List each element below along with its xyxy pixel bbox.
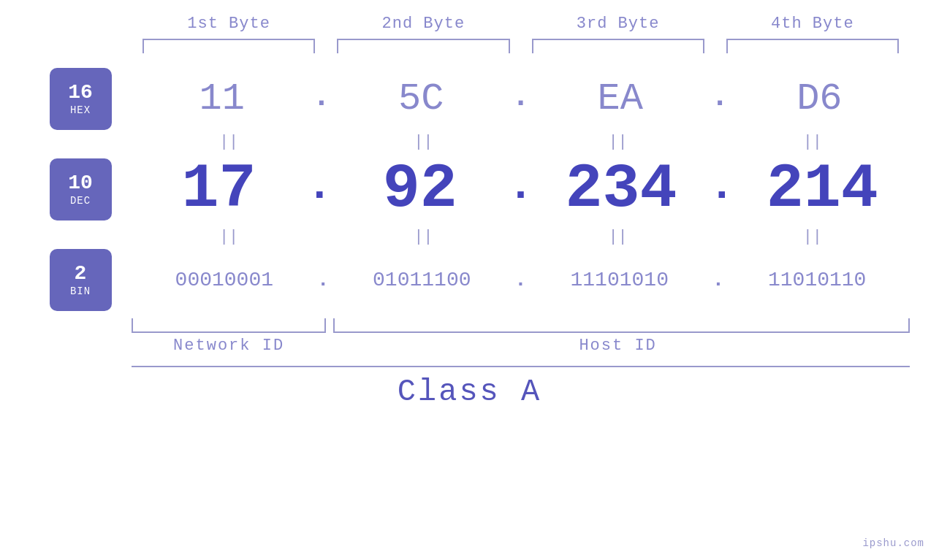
hex-dot-1: . xyxy=(312,82,330,116)
hex-base-name: HEX xyxy=(70,104,91,116)
equals-6: || xyxy=(326,228,520,246)
top-bracket-row xyxy=(29,39,910,53)
byte-label-2: 2nd Byte xyxy=(326,15,520,33)
hex-base-number: 16 xyxy=(68,82,93,104)
equals-1: || xyxy=(132,133,326,151)
hex-byte-3: EA xyxy=(530,77,710,120)
bin-row: 2 BIN 00010001 . 01011100 . 11101010 . 1… xyxy=(29,249,910,311)
dec-dot-2: . xyxy=(507,164,533,215)
byte-label-4: 4th Byte xyxy=(715,15,910,33)
dec-badge: 10 DEC xyxy=(50,158,112,220)
top-bracket-3 xyxy=(532,39,704,53)
bottom-brackets xyxy=(132,318,910,333)
dec-dot-1: . xyxy=(306,164,332,215)
hex-dot-2: . xyxy=(512,82,530,116)
bin-badge-container: 2 BIN xyxy=(29,249,132,311)
hex-badge-container: 16 HEX xyxy=(29,68,132,130)
equals-8: || xyxy=(715,228,910,246)
dec-byte-4: 214 xyxy=(735,154,910,225)
dec-base-number: 10 xyxy=(68,172,93,195)
byte-labels-row: 1st Byte 2nd Byte 3rd Byte 4th Byte xyxy=(29,15,910,33)
bin-base-name: BIN xyxy=(70,285,91,297)
bin-dot-3: . xyxy=(712,270,725,291)
bin-dot-1: . xyxy=(317,270,330,291)
hex-values-area: 11 . 5C . EA . D6 xyxy=(132,77,910,120)
byte-label-1: 1st Byte xyxy=(132,15,326,33)
dec-row: 10 DEC 17 . 92 . 234 . 214 xyxy=(29,154,910,225)
dec-values-area: 17 . 92 . 234 . 214 xyxy=(132,154,910,225)
class-row: Class A xyxy=(29,366,910,410)
watermark: ipshu.com xyxy=(862,537,924,549)
top-bracket-4 xyxy=(726,39,899,53)
bin-byte-1: 00010001 xyxy=(132,269,317,291)
id-labels: Network ID Host ID xyxy=(132,337,910,355)
bottom-bracket-row xyxy=(29,318,910,333)
hex-byte-1: 11 xyxy=(132,77,312,120)
hex-byte-4: D6 xyxy=(729,77,910,120)
equals-symbols-2: || || || || xyxy=(132,228,910,246)
id-labels-row: Network ID Host ID xyxy=(29,337,910,355)
top-bracket-1 xyxy=(142,39,315,53)
equals-row-1: || || || || xyxy=(29,133,910,151)
byte-labels: 1st Byte 2nd Byte 3rd Byte 4th Byte xyxy=(132,15,910,33)
hex-badge: 16 HEX xyxy=(50,68,112,130)
byte-label-3: 3rd Byte xyxy=(521,15,715,33)
host-bracket xyxy=(333,318,910,333)
hex-row: 16 HEX 11 . 5C . EA . D6 xyxy=(29,68,910,130)
host-id-label: Host ID xyxy=(326,337,910,355)
dec-byte-2: 92 xyxy=(332,154,507,225)
equals-4: || xyxy=(715,133,910,151)
hex-dot-3: . xyxy=(710,82,729,116)
dec-badge-container: 10 DEC xyxy=(29,158,132,220)
equals-row-2: || || || || xyxy=(29,228,910,246)
dec-byte-1: 17 xyxy=(132,154,306,225)
dec-base-name: DEC xyxy=(70,195,91,207)
hex-byte-2: 5C xyxy=(331,77,512,120)
equals-symbols-1: || || || || xyxy=(132,133,910,151)
network-id-label: Network ID xyxy=(132,337,326,355)
equals-3: || xyxy=(521,133,715,151)
bin-base-number: 2 xyxy=(75,263,87,285)
network-bracket xyxy=(132,318,326,333)
equals-5: || xyxy=(132,228,326,246)
class-label: Class A xyxy=(398,375,541,410)
bin-dot-2: . xyxy=(514,270,527,291)
equals-7: || xyxy=(521,228,715,246)
bin-values-area: 00010001 . 01011100 . 11101010 . 1101011… xyxy=(132,269,910,291)
top-bracket-2 xyxy=(337,39,509,53)
dec-dot-3: . xyxy=(709,164,735,215)
bin-badge: 2 BIN xyxy=(50,249,112,311)
dec-byte-3: 234 xyxy=(534,154,709,225)
class-bracket-line xyxy=(132,366,910,367)
equals-2: || xyxy=(326,133,520,151)
bin-byte-2: 01011100 xyxy=(329,269,514,291)
bin-byte-4: 11010110 xyxy=(724,269,910,291)
top-brackets xyxy=(132,39,910,53)
bin-byte-3: 11101010 xyxy=(527,269,712,291)
